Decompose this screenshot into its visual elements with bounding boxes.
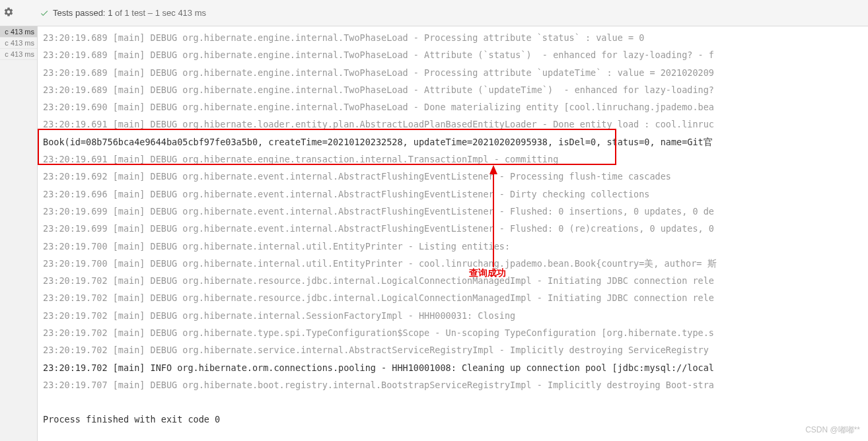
log-line: 23:20:19.692 [main] DEBUG org.hibernate.… xyxy=(43,168,868,185)
log-line: 23:20:19.691 [main] DEBUG org.hibernate.… xyxy=(43,151,868,168)
log-line: 23:20:19.699 [main] DEBUG org.hibernate.… xyxy=(43,220,868,237)
watermark: CSDN @嘟嘟** xyxy=(805,424,860,436)
tests-passed-count: 1 xyxy=(108,8,112,18)
check-icon xyxy=(40,9,49,18)
test-tree-sidebar: c 413 ms c 413 ms c 413 ms xyxy=(0,26,38,441)
log-line: Process finished with exit code 0 xyxy=(43,411,868,428)
tests-passed-label: Tests passed: xyxy=(53,8,106,18)
log-line: 23:20:19.689 [main] DEBUG org.hibernate.… xyxy=(43,29,868,46)
log-line: 23:20:19.690 [main] DEBUG org.hibernate.… xyxy=(43,98,868,116)
log-line: Book(id=08b756bca4e9644ba05cbf97fe03a5b0… xyxy=(43,133,868,151)
gear-icon[interactable] xyxy=(3,7,17,20)
console-output[interactable]: 查询成功 23:20:19.689 [main] DEBUG org.hiber… xyxy=(38,26,868,441)
log-line: 23:20:19.707 [main] DEBUG org.hibernate.… xyxy=(43,376,868,393)
log-line: 23:20:19.689 [main] DEBUG org.hibernate.… xyxy=(43,46,868,63)
log-line: 23:20:19.691 [main] DEBUG org.hibernate.… xyxy=(43,116,868,133)
tests-passed-time: – 1 sec 413 ms xyxy=(148,8,206,18)
log-line: 23:20:19.699 [main] DEBUG org.hibernate.… xyxy=(43,203,868,220)
log-line: 23:20:19.702 [main] DEBUG org.hibernate.… xyxy=(43,324,868,341)
log-line: 23:20:19.702 [main] DEBUG org.hibernate.… xyxy=(43,272,868,289)
test-status: Tests passed: 1 of 1 test – 1 sec 413 ms xyxy=(40,8,206,18)
content-wrapper: c 413 ms c 413 ms c 413 ms 查询成功 23:20:19… xyxy=(0,26,868,441)
sidebar-item[interactable]: c 413 ms xyxy=(0,26,37,38)
log-line: 23:20:19.702 [main] INFO org.hibernate.o… xyxy=(43,359,868,376)
top-toolbar: Tests passed: 1 of 1 test – 1 sec 413 ms xyxy=(0,0,868,26)
log-line: 23:20:19.700 [main] DEBUG org.hibernate.… xyxy=(43,238,868,255)
sidebar-item[interactable]: c 413 ms xyxy=(0,49,37,60)
log-line: 23:20:19.689 [main] DEBUG org.hibernate.… xyxy=(43,81,868,98)
log-line: 23:20:19.700 [main] DEBUG org.hibernate.… xyxy=(43,255,868,272)
log-line: 23:20:19.702 [main] DEBUG org.hibernate.… xyxy=(43,289,868,306)
log-line: 23:20:19.702 [main] DEBUG org.hibernate.… xyxy=(43,341,868,358)
log-line: 23:20:19.702 [main] DEBUG org.hibernate.… xyxy=(43,307,868,324)
log-line: 23:20:19.689 [main] DEBUG org.hibernate.… xyxy=(43,64,868,81)
tests-passed-of: of 1 test xyxy=(115,8,145,18)
sidebar-item[interactable]: c 413 ms xyxy=(0,38,37,49)
log-line: 23:20:19.696 [main] DEBUG org.hibernate.… xyxy=(43,186,868,203)
